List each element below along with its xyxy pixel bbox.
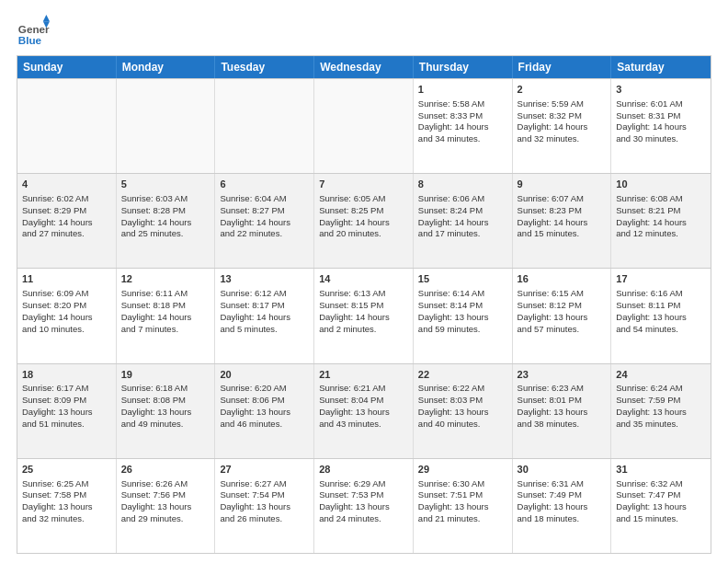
day-info: Daylight: 13 hours <box>22 407 111 419</box>
day-info: Sunset: 8:23 PM <box>518 205 607 217</box>
day-info: and 59 minutes. <box>418 324 507 336</box>
day-number: 29 <box>418 463 507 477</box>
day-info: and 22 minutes. <box>220 228 309 240</box>
day-info: Sunrise: 6:13 AM <box>319 288 408 300</box>
day-info: Sunrise: 6:27 AM <box>220 478 309 490</box>
day-info: Sunrise: 5:59 AM <box>518 98 607 110</box>
day-info: Daylight: 13 hours <box>518 312 607 324</box>
day-info: Daylight: 13 hours <box>319 407 408 419</box>
day-info: and 25 minutes. <box>121 228 210 240</box>
day-number: 28 <box>319 463 408 477</box>
day-info: and 54 minutes. <box>616 324 706 336</box>
day-number: 8 <box>418 178 507 191</box>
day-info: Sunrise: 6:03 AM <box>121 193 210 205</box>
day-info: Sunrise: 6:15 AM <box>518 288 607 300</box>
day-info: and 43 minutes. <box>319 419 408 431</box>
day-info: and 24 minutes. <box>319 513 408 525</box>
day-info: Sunrise: 6:14 AM <box>418 288 507 300</box>
day-info: Sunrise: 6:05 AM <box>319 193 408 205</box>
day-info: Sunset: 8:14 PM <box>418 300 507 312</box>
calendar-cell: 25Sunrise: 6:25 AMSunset: 7:58 PMDayligh… <box>17 459 117 553</box>
calendar-cell: 31Sunrise: 6:32 AMSunset: 7:47 PMDayligh… <box>611 459 711 553</box>
day-info: and 57 minutes. <box>518 324 607 336</box>
day-info: Sunrise: 6:09 AM <box>22 288 111 300</box>
day-info: and 12 minutes. <box>616 228 706 240</box>
day-info: Sunrise: 6:22 AM <box>418 383 507 395</box>
day-info: Daylight: 14 hours <box>518 121 607 133</box>
day-number: 2 <box>518 83 607 97</box>
calendar-cell: 17Sunrise: 6:16 AMSunset: 8:11 PMDayligh… <box>611 269 711 362</box>
calendar-week: 1Sunrise: 5:58 AMSunset: 8:33 PMDaylight… <box>17 78 711 173</box>
day-info: Sunset: 8:25 PM <box>319 205 408 217</box>
day-number: 12 <box>121 272 210 286</box>
day-info: Daylight: 14 hours <box>220 217 309 229</box>
day-info: Sunrise: 6:16 AM <box>616 288 706 300</box>
calendar-cell: 19Sunrise: 6:18 AMSunset: 8:08 PMDayligh… <box>117 364 216 458</box>
day-info: and 32 minutes. <box>518 133 607 145</box>
day-info: and 27 minutes. <box>22 228 111 240</box>
day-info: Sunset: 7:51 PM <box>418 489 507 501</box>
day-info: Sunrise: 6:20 AM <box>220 383 309 395</box>
calendar-cell: 12Sunrise: 6:11 AMSunset: 8:18 PMDayligh… <box>117 269 216 362</box>
day-number: 21 <box>319 368 408 382</box>
day-info: Sunset: 7:56 PM <box>121 489 210 501</box>
day-info: Sunrise: 6:06 AM <box>418 193 507 205</box>
calendar-cell: 9Sunrise: 6:07 AMSunset: 8:23 PMDaylight… <box>513 174 612 268</box>
day-info: Sunrise: 6:32 AM <box>616 478 706 490</box>
day-info: Sunrise: 6:01 AM <box>616 98 706 110</box>
day-info: and 7 minutes. <box>121 324 210 336</box>
day-info: Sunset: 8:21 PM <box>616 205 706 217</box>
day-info: Sunset: 7:47 PM <box>616 489 706 501</box>
calendar-cell: 13Sunrise: 6:12 AMSunset: 8:17 PMDayligh… <box>215 269 314 362</box>
day-info: Sunrise: 6:21 AM <box>319 383 408 395</box>
day-info: Sunrise: 6:08 AM <box>616 193 706 205</box>
calendar-cell: 8Sunrise: 6:06 AMSunset: 8:24 PMDaylight… <box>414 174 513 268</box>
calendar-cell: 14Sunrise: 6:13 AMSunset: 8:15 PMDayligh… <box>314 269 414 362</box>
day-info: Sunset: 8:06 PM <box>220 395 309 407</box>
calendar-cell: 2Sunrise: 5:59 AMSunset: 8:32 PMDaylight… <box>513 79 612 173</box>
day-info: Sunset: 7:59 PM <box>616 395 706 407</box>
day-info: Daylight: 14 hours <box>22 312 111 324</box>
day-number: 26 <box>121 463 210 477</box>
day-info: and 15 minutes. <box>616 513 706 525</box>
day-info: Sunset: 8:32 PM <box>518 110 607 122</box>
calendar-week: 4Sunrise: 6:02 AMSunset: 8:29 PMDaylight… <box>17 173 711 268</box>
day-number: 30 <box>518 463 607 477</box>
day-info: and 15 minutes. <box>518 228 607 240</box>
day-number: 19 <box>121 368 210 382</box>
day-info: Daylight: 14 hours <box>121 217 210 229</box>
day-info: Sunset: 8:28 PM <box>121 205 210 217</box>
calendar-cell <box>215 79 314 173</box>
day-info: Daylight: 13 hours <box>518 501 607 513</box>
calendar-cell: 30Sunrise: 6:31 AMSunset: 7:49 PMDayligh… <box>513 459 612 553</box>
day-info: Sunset: 8:31 PM <box>616 110 706 122</box>
calendar-cell: 15Sunrise: 6:14 AMSunset: 8:14 PMDayligh… <box>414 269 513 362</box>
day-info: Sunset: 8:27 PM <box>220 205 309 217</box>
day-info: Sunrise: 6:17 AM <box>22 383 111 395</box>
day-info: and 34 minutes. <box>418 133 507 145</box>
calendar-cell: 22Sunrise: 6:22 AMSunset: 8:03 PMDayligh… <box>414 364 513 458</box>
calendar-cell: 7Sunrise: 6:05 AMSunset: 8:25 PMDaylight… <box>314 174 414 268</box>
day-number: 15 <box>418 272 507 286</box>
day-info: Sunset: 8:12 PM <box>518 300 607 312</box>
day-info: Sunset: 8:09 PM <box>22 395 111 407</box>
day-info: Daylight: 14 hours <box>220 312 309 324</box>
day-info: Daylight: 13 hours <box>418 407 507 419</box>
day-info: Sunset: 7:53 PM <box>319 489 408 501</box>
calendar-cell: 21Sunrise: 6:21 AMSunset: 8:04 PMDayligh… <box>314 364 414 458</box>
day-info: Daylight: 13 hours <box>616 501 706 513</box>
calendar-header-cell: Tuesday <box>215 56 314 78</box>
calendar-cell: 4Sunrise: 6:02 AMSunset: 8:29 PMDaylight… <box>17 174 117 268</box>
day-info: Sunset: 8:11 PM <box>616 300 706 312</box>
day-number: 11 <box>22 272 111 286</box>
day-info: and 5 minutes. <box>220 324 309 336</box>
day-info: Daylight: 14 hours <box>616 217 706 229</box>
calendar-cell: 28Sunrise: 6:29 AMSunset: 7:53 PMDayligh… <box>314 459 414 553</box>
calendar-cell: 18Sunrise: 6:17 AMSunset: 8:09 PMDayligh… <box>17 364 117 458</box>
calendar-week: 18Sunrise: 6:17 AMSunset: 8:09 PMDayligh… <box>17 363 711 458</box>
day-number: 24 <box>616 368 706 382</box>
day-info: Daylight: 14 hours <box>518 217 607 229</box>
calendar-cell: 11Sunrise: 6:09 AMSunset: 8:20 PMDayligh… <box>17 269 117 362</box>
day-info: and 38 minutes. <box>518 419 607 431</box>
calendar-header-cell: Sunday <box>17 56 117 78</box>
